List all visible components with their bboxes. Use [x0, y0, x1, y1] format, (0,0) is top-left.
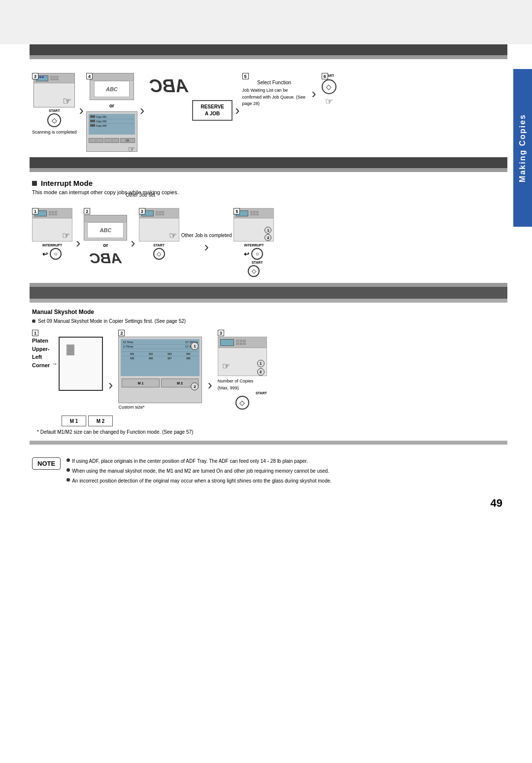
interrupt-section-subbar	[30, 168, 507, 172]
step-5: 5 Select Function Job Waiting List can b…	[242, 73, 306, 107]
interrupt-step-1-num: 1	[32, 208, 38, 214]
interrupt-abc-mirrored: ABC	[90, 250, 122, 267]
step-5-num: 5	[242, 73, 249, 79]
note-item-2: When using the manual skyshot mode, the …	[66, 467, 332, 475]
bottom-divider	[30, 441, 507, 445]
skyshot-step-3-num: 3	[218, 330, 224, 336]
m1-m2-row: M 1 M 2	[32, 416, 505, 426]
note-bullet-3	[66, 478, 70, 482]
interrupt-arrow-2: ›	[131, 236, 135, 250]
bullet-icon	[32, 319, 35, 323]
platen-arrow: →	[52, 360, 58, 367]
side-tab-label: Making Copies	[518, 114, 527, 182]
skyshot-steps-row: 1 Platen Upper- Left Corner → › 2	[32, 330, 505, 411]
skyshot-panel-btns: 1	[191, 342, 199, 350]
interrupt-section-bar	[30, 157, 507, 168]
interrupt-step-3-num: 3	[139, 208, 145, 214]
interrupt-scanner: ABC	[84, 215, 127, 241]
note-box: NOTE	[32, 457, 61, 470]
top-section-subbar	[30, 55, 507, 59]
skyshot-title: Manual Skyshot Mode	[32, 309, 505, 315]
skyshot-bottom-btns: M 1 M 2	[119, 377, 201, 389]
step-4-panel: Copy 001 Copy 002 Copy 003 ← → OK ☞	[86, 111, 137, 152]
step-6-num: 6	[322, 73, 328, 79]
divider-2	[30, 283, 507, 287]
skyshot-screen: 21 Sma17-152ea 1-7Sma17-152ea M1M2M3M4 M…	[121, 339, 200, 376]
skyshot-step-2-num: 2	[118, 330, 125, 336]
note-section: NOTE If using ADF, place originals in th…	[32, 452, 505, 492]
step-4-scanner: ABC	[90, 73, 134, 100]
arrow-completed-group: Other Job is completed ›	[181, 233, 232, 254]
step-3-start-label: START ◇	[47, 109, 61, 128]
skyshot-circle-2: 2	[191, 382, 199, 390]
interrupt-steps-area: Other Job set 1 ☞	[32, 200, 505, 278]
interrupt-step-2-num: 2	[84, 208, 90, 214]
interrupt-steps-row: 1 ☞ INTERRUPT ↩	[32, 200, 505, 278]
arrow-5-6: ›	[312, 87, 316, 101]
skyshot-step-1-num: 1	[32, 330, 38, 336]
skyshot-bullet-desc: Set 09 Manual Skyshot Mode in Copier Set…	[32, 318, 505, 324]
interrupt-title: Interrupt Mode	[41, 179, 93, 187]
step-6: 6 START ◇ ☞	[322, 73, 336, 107]
skyshot-arrow-2: ›	[207, 378, 212, 392]
skyshot-machine: 1 2 ☞	[218, 337, 267, 376]
or-label: or	[109, 103, 114, 108]
interrupt-step-5-num: 5	[233, 208, 240, 214]
start-button-3: ◇	[47, 113, 61, 127]
copies-label: Number of Copies (Max. 999)	[218, 378, 267, 391]
interrupt-section: Interrupt Mode This mode can interrupt o…	[32, 176, 505, 278]
interrupt-step-5: 5 1 2	[233, 208, 274, 278]
step-3: 3 ☞ START ◇ Sc	[32, 73, 77, 135]
skyshot-arrow-1: ›	[108, 378, 113, 392]
scanning-label: Scanning is completed	[32, 130, 77, 135]
interrupt-5-controls: INTERRUPT ↩ ○ START ◇	[244, 243, 264, 278]
arrow-4-abc: ›	[140, 104, 144, 117]
interrupt-1-controls: INTERRUPT ↩ ○	[42, 243, 62, 260]
step-3-machine: ☞	[33, 73, 75, 107]
skyshot-start-label: START	[218, 391, 267, 395]
skyshot-section: Manual Skyshot Mode Set 09 Manual Skysho…	[32, 309, 505, 435]
select-function-text: Select Function	[257, 80, 291, 85]
interrupt-or: or	[103, 243, 108, 248]
interrupt-arrow-1: ›	[76, 236, 80, 250]
start-btn-3: ◇	[153, 248, 165, 260]
job-queue-text: Job Waiting List can be confirmed with J…	[242, 87, 306, 107]
interrupt-step-3: 3 ☞ START ◇	[139, 208, 179, 261]
note-bullet-2	[66, 468, 70, 472]
platen-corner	[66, 345, 74, 355]
arrow-3-4: ›	[79, 104, 84, 117]
interrupt-arrow-3: ›	[204, 240, 208, 254]
skyshot-step-1: 1 Platen Upper- Left Corner →	[32, 330, 103, 391]
start-btn-5: ◇	[248, 265, 260, 277]
divider-dark-2	[30, 287, 507, 299]
note-item-1: If using ADF, place originals in the cen…	[66, 457, 332, 465]
note-content: If using ADF, place originals in the cen…	[66, 457, 332, 487]
start-button-6: ◇	[322, 79, 336, 94]
step-4: 4 ABC or Copy 001 Copy 002 Copy 003 ←	[86, 73, 137, 152]
abc-display-box: ABC	[147, 69, 191, 104]
reserve-a-job-box: RESERVE A JOB	[192, 100, 233, 121]
m1-m2-buttons: M 1 M 2	[62, 416, 113, 426]
hand-6: ☞	[325, 96, 333, 107]
interrupt-3-controls: START ◇	[153, 243, 165, 261]
step-3-num: 3	[32, 73, 38, 79]
skyshot-step-2: 2 21 Sma17-152ea 1-7Sma17-152ea M1M2M3M4	[118, 330, 202, 410]
platen-box	[59, 337, 103, 391]
step-5-6-group: 5 Select Function Job Waiting List can b…	[242, 73, 336, 107]
note-item-3: An incorrect position detection of the o…	[66, 477, 332, 485]
interrupt-step-2: 2 ABC or ABC	[84, 208, 127, 267]
interrupt-description: This mode can interrupt other copy jobs …	[32, 189, 505, 195]
side-tab: Making Copies	[513, 69, 532, 227]
note-bullet-1	[66, 458, 70, 462]
other-job-set-label: Other Job set	[126, 192, 155, 198]
page-number: 49	[0, 497, 502, 510]
skyshot-step-3: 3 1 2 ☞	[218, 330, 267, 411]
top-section-header	[30, 44, 507, 55]
skyshot-panel: 21 Sma17-152ea 1-7Sma17-152ea M1M2M3M4 M…	[118, 337, 202, 403]
interrupt-title-row: Interrupt Mode	[32, 176, 505, 189]
m1-display: M 1	[62, 416, 86, 426]
other-job-completed: Other Job is completed	[181, 233, 232, 238]
divider-3	[30, 299, 507, 303]
interrupt-icon	[32, 181, 37, 186]
top-section: 3 ☞ START ◇ Sc	[32, 64, 505, 154]
